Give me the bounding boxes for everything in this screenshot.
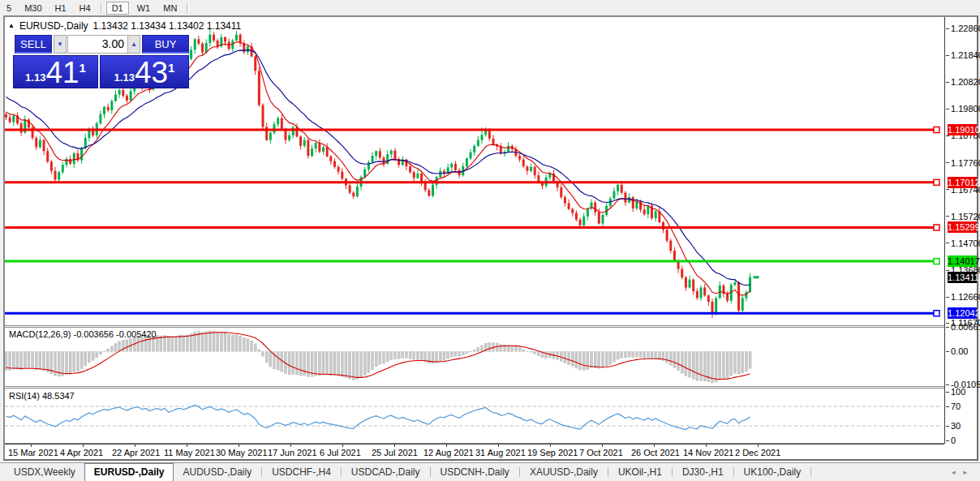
- price-tick-mark: [946, 297, 949, 298]
- symbol-tab-xauusd-daily[interactable]: XAUUSD-,Daily: [521, 463, 607, 481]
- price-tick-mark: [946, 28, 949, 29]
- buy-price-sup: 1: [168, 56, 174, 80]
- time-tick-mark: [602, 444, 603, 447]
- tab-separator: [341, 467, 342, 477]
- symbol-tab-dj30-h1[interactable]: DJ30-,H1: [673, 463, 733, 481]
- symbol-tab-usdcad-daily[interactable]: USDCAD-,Daily: [342, 463, 429, 481]
- time-tick-label: 17 Jun 2021: [268, 448, 317, 457]
- time-tick-mark: [239, 444, 239, 447]
- symbol-tab-usdx-weekly[interactable]: USDX,Weekly: [5, 463, 84, 481]
- time-tick-mark: [187, 444, 187, 447]
- sell-price-big: 41: [45, 59, 79, 86]
- buy-price-panel[interactable]: 1.13431: [100, 55, 189, 88]
- rsi-tick-mark: [946, 392, 949, 393]
- tab-scroll-right-icon[interactable]: ▸: [963, 468, 975, 476]
- timeframe-button-mn[interactable]: MN: [158, 2, 182, 14]
- volume-decrease-button[interactable]: ▼: [54, 35, 67, 54]
- tab-separator: [672, 467, 673, 477]
- buy-price-big: 43: [135, 59, 168, 86]
- price-tick-mark: [946, 216, 949, 217]
- time-tick-mark: [394, 444, 395, 447]
- timeframe-button-w1[interactable]: W1: [132, 2, 156, 14]
- collapse-triangle-icon[interactable]: ▲: [8, 22, 15, 29]
- tab-separator: [430, 467, 431, 477]
- timeframe-button-d1[interactable]: D1: [106, 2, 129, 15]
- tab-separator: [608, 467, 608, 477]
- symbol-tab-audusd-daily[interactable]: AUDUSD-,Daily: [174, 463, 260, 481]
- macd-tick-mark: [946, 384, 949, 385]
- price-axis[interactable]: 1.228601.218401.208201.198001.187801.177…: [944, 17, 977, 444]
- price-tick-mark: [946, 189, 949, 190]
- sell-price-panel[interactable]: 1.13411: [13, 55, 98, 88]
- rsi-tick-mark: [946, 440, 949, 441]
- rsi-tick-label: 100: [951, 387, 965, 397]
- macd-tick-mark: [946, 327, 949, 328]
- one-click-trading-panel: SELL ▼ 3.00 ▲ BUY 1.13411 1.13431: [8, 35, 191, 105]
- price-tick-mark: [946, 323, 949, 324]
- time-tick-label: 15 Mar 2021: [8, 448, 58, 457]
- time-axis[interactable]: 15 Mar 20214 Apr 202122 Apr 202111 May 2…: [5, 444, 944, 459]
- price-level-badge: 1.14017: [948, 256, 977, 267]
- tab-separator: [519, 467, 520, 477]
- toolbar-separator: [101, 2, 101, 14]
- buy-button[interactable]: BUY: [142, 35, 189, 54]
- time-tick-mark: [758, 444, 759, 447]
- macd-tick-label: 0.006611: [951, 322, 980, 332]
- sell-price-sup: 1: [80, 56, 86, 80]
- rsi-tick-mark: [946, 406, 949, 407]
- timeframe-button-h1[interactable]: H1: [50, 2, 71, 14]
- rsi-tick-mark: [946, 426, 949, 427]
- time-tick-label: 14 Nov 2021: [683, 448, 733, 457]
- sell-price-small: 1.13: [25, 70, 45, 86]
- symbol-tab-usdcnh-daily[interactable]: USDCNH-,Daily: [432, 463, 518, 481]
- time-tick-mark: [654, 444, 655, 447]
- time-tick-label: 22 Apr 2021: [112, 448, 160, 457]
- rsi-name: RSI(14): [9, 391, 40, 401]
- time-tick-mark: [550, 444, 551, 447]
- chevron-down-icon: ▼: [57, 41, 63, 48]
- price-tick-label: 1.12660: [951, 292, 980, 302]
- chart-symbol-period: EURUSD-,Daily: [19, 20, 88, 32]
- time-tick-label: 26 Oct 2021: [631, 448, 680, 457]
- tab-scroll-left-icon[interactable]: ◂: [952, 468, 964, 476]
- price-level-badge: 1.15299: [948, 221, 977, 233]
- price-tick-label: 1.22860: [951, 24, 980, 33]
- tab-scroll-arrows: ◂▸: [952, 468, 975, 476]
- price-tick-label: 1.19800: [951, 104, 980, 114]
- chart-tab-bar: USDX,WeeklyEURUSD-,DailyAUDUSD-,DailyUSD…: [0, 462, 980, 481]
- time-tick-label: 2 Dec 2021: [735, 448, 780, 457]
- chart-window: ▲ EURUSD-,Daily 1.13432 1.13434 1.13402 …: [3, 15, 978, 461]
- volume-increase-button[interactable]: ▲: [127, 35, 140, 54]
- tab-separator: [261, 467, 262, 477]
- price-tick-label: 1.21840: [951, 50, 980, 60]
- price-tick-mark: [946, 82, 949, 83]
- volume-input[interactable]: 3.00: [67, 35, 128, 54]
- macd-name: MACD(12,26,9): [9, 329, 71, 339]
- price-tick-label: 1.20820: [951, 77, 980, 87]
- symbol-tab-ukoil-h1[interactable]: UKOil-,H1: [609, 463, 671, 481]
- macd-tick-label: 0.00: [951, 346, 968, 356]
- time-tick-mark: [290, 444, 291, 447]
- rsi-indicator-label: RSI(14) 48.5347: [9, 391, 75, 401]
- symbol-tab-usdchf-h4[interactable]: USDCHF-,H4: [263, 463, 340, 481]
- timeframe-button-h4[interactable]: H4: [75, 2, 96, 14]
- sell-button[interactable]: SELL: [15, 35, 52, 54]
- price-tick-mark: [946, 135, 949, 136]
- price-tick-mark: [946, 55, 949, 56]
- symbol-tab-eurusd-daily[interactable]: EURUSD-,Daily: [84, 463, 174, 481]
- price-tick-mark: [946, 162, 949, 163]
- timeframe-button-5[interactable]: 5: [2, 2, 16, 14]
- toolbar-separator: [187, 2, 187, 14]
- time-tick-label: 25 Jul 2021: [372, 448, 418, 457]
- timeframe-toolbar: 5M30H1H4D1W1MN: [0, 0, 980, 15]
- chart-ohlc-quote: 1.13432 1.13434 1.13402 1.13411: [93, 20, 242, 32]
- price-level-badge: 1.12042: [948, 307, 977, 319]
- price-tick-label: 1.14700: [951, 238, 980, 248]
- price-tick-mark: [946, 109, 949, 110]
- symbol-tab-uk100-daily[interactable]: UK100-,Daily: [735, 463, 810, 481]
- time-tick-label: 12 Aug 2021: [423, 448, 474, 457]
- chevron-up-icon: ▲: [131, 41, 137, 48]
- time-tick-label: 6 Jul 2021: [320, 448, 361, 457]
- current-price-badge: 1.13411: [948, 272, 977, 283]
- timeframe-button-m30[interactable]: M30: [19, 2, 46, 14]
